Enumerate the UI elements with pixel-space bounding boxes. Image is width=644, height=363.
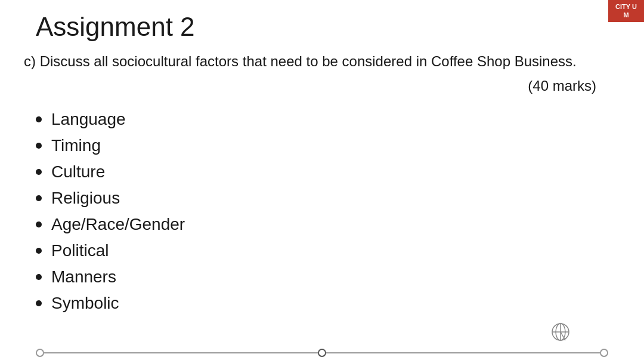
list-item-text: Language [51, 110, 126, 129]
bullet-dot [36, 195, 42, 201]
nav-circle-3[interactable] [600, 349, 608, 357]
bullet-dot [36, 222, 42, 227]
nav-line-1 [44, 352, 318, 353]
nav-line-2 [326, 352, 600, 353]
list-item: Symbolic [36, 290, 620, 316]
navigation-icon [549, 321, 572, 345]
marks-text: (40 marks) [24, 78, 620, 94]
question-text: c) Discuss all sociocultural factors tha… [24, 51, 620, 72]
list-item: Religious [36, 185, 620, 211]
bullet-dot [36, 274, 42, 280]
bottom-navigation [0, 349, 644, 357]
list-item-text: Manners [51, 267, 116, 287]
bullet-dot [36, 143, 42, 149]
list-item: Political [36, 238, 620, 264]
list-item-text: Age/Race/Gender [51, 215, 185, 234]
bullet-dot [36, 169, 42, 175]
list-item-text: Timing [51, 136, 101, 155]
list-item: Timing [36, 133, 620, 159]
list-item: Age/Race/Gender [36, 211, 620, 238]
nav-circle-1[interactable] [36, 349, 44, 357]
bullet-dot [36, 248, 42, 254]
list-item: Culture [36, 159, 620, 185]
page-container: CITY U M Assignment 2 c) Discuss all soc… [0, 0, 644, 363]
list-item-text: Religious [51, 189, 120, 208]
bullet-dot [36, 300, 42, 306]
list-item-text: Political [51, 241, 109, 260]
bullet-dot [36, 116, 42, 122]
page-title: Assignment 2 [36, 12, 620, 42]
nav-circle-2[interactable] [318, 349, 326, 357]
university-logo: CITY U M [608, 0, 644, 22]
list-item: Language [36, 106, 620, 133]
list-item-text: Symbolic [51, 294, 119, 313]
bullet-list: LanguageTimingCultureReligiousAge/Race/G… [36, 106, 620, 316]
list-item: Manners [36, 264, 620, 290]
list-item-text: Culture [51, 162, 105, 182]
